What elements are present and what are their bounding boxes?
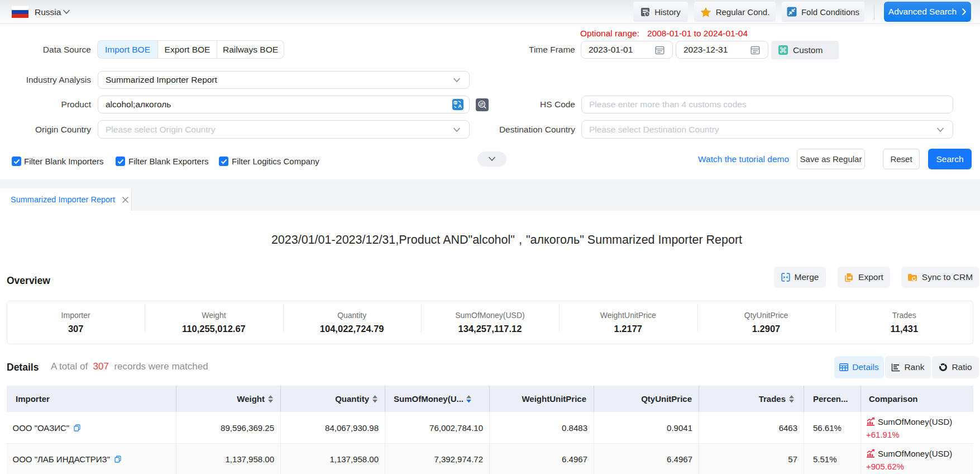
svg-text:A: A bbox=[458, 103, 462, 109]
